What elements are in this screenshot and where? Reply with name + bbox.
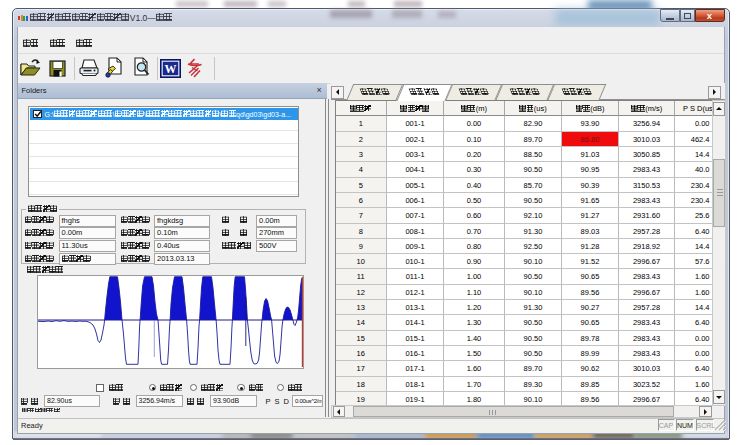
svg-text:W: W [165, 62, 177, 76]
